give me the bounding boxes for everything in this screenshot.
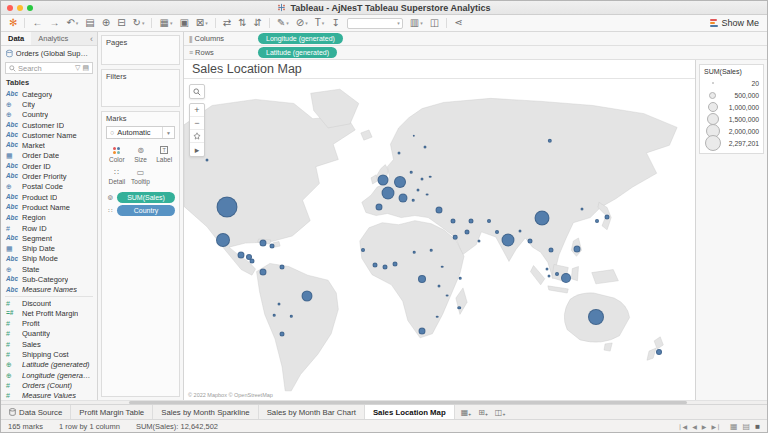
sheet-tab-sales-location-map[interactable]: Sales Location Map [365,405,455,419]
field-latitude-generated-[interactable]: ⊕Latitude (generated) [1,360,97,370]
next-sheet-icon[interactable]: ▶ [702,423,707,430]
map-zoom-in-button[interactable]: + [190,104,204,117]
previous-sheet-icon[interactable]: ◀ [692,423,697,430]
field-region[interactable]: AbcRegion [1,213,97,223]
map-mark[interactable] [413,251,416,254]
map-mark[interactable] [487,219,491,223]
show-filmstrip-icon[interactable]: ▤ [743,422,751,431]
search-input[interactable]: Search ▽ ▤ [5,62,93,74]
map-mark[interactable] [580,208,583,211]
map-mark[interactable] [459,277,462,280]
map-toolbar-expand-button[interactable]: ▸ [190,143,204,156]
field-sales[interactable]: #Sales [1,339,97,349]
map-mark[interactable] [418,327,425,334]
save-icon[interactable]: ▤ [85,18,94,28]
map-mark[interactable] [604,214,609,219]
map-mark[interactable] [436,315,439,318]
map-mark[interactable] [430,249,433,252]
field-segment[interactable]: AbcSegment [1,233,97,243]
rows-shelf[interactable]: ≡ Rows Latitude (generated) [184,46,767,60]
refresh-data-icon[interactable]: ↻▾ [133,18,145,28]
map-mark[interactable] [412,199,415,202]
map-mark[interactable] [437,285,440,288]
map-mark[interactable] [495,230,499,234]
field-quantity[interactable]: #Quantity [1,329,97,339]
show-mark-labels-icon[interactable]: T▾ [315,18,325,28]
map-mark[interactable] [450,219,455,224]
map-mark[interactable] [393,261,398,266]
field-ship-mode[interactable]: AbcShip Mode [1,254,97,264]
fit-selector[interactable]: ▾ [347,18,403,29]
show-tabs-icon[interactable]: ▦ [730,422,738,431]
sheet-tab-sales-by-month-bar-chart[interactable]: Sales by Month Bar Chart [259,405,365,419]
map-mark[interactable] [375,203,382,210]
sort-descending-icon[interactable]: ⇵ [254,18,262,28]
paste-icon[interactable]: ⊟ [117,18,125,28]
size-button[interactable]: ⊚Size [130,144,152,164]
sheet-tab-profit-margin-table[interactable]: Profit Margin Table [71,405,153,419]
duplicate-sheet-icon[interactable]: ▣ [179,18,188,28]
map-mark[interactable] [259,239,266,246]
map-pin-button[interactable] [190,130,204,143]
map-mark[interactable] [420,177,423,180]
label-button[interactable]: TLabel [153,144,175,164]
field-category[interactable]: AbcCategory [1,89,97,99]
field-product-id[interactable]: AbcProduct ID [1,192,97,202]
map-mark[interactable] [656,349,662,355]
field-profit[interactable]: #Profit [1,319,97,329]
map-mark[interactable] [259,269,266,276]
pages-shelf[interactable]: Pages [101,35,180,65]
field-city[interactable]: ⊕City [1,99,97,109]
map-zoom-out-button[interactable]: − [190,117,204,130]
new-story-tab-button[interactable]: ◫+ [495,408,505,417]
map-mark[interactable] [464,230,469,235]
close-button[interactable] [7,5,13,11]
map-search-button[interactable] [190,85,204,98]
pill-sum-sales-[interactable]: SUM(Sales) [117,192,175,203]
field-state[interactable]: ⊕State [1,264,97,274]
fix-axes-icon[interactable]: ↧ [331,18,339,28]
map-mark[interactable] [425,193,428,196]
field-shipping-cost[interactable]: #Shipping Cost [1,349,97,359]
tooltip-button[interactable]: ▭Tooltip [130,166,152,186]
map-mark[interactable] [453,235,458,240]
scrollbar-thumb[interactable] [129,401,687,404]
map-mark[interactable] [382,186,395,199]
map-mark[interactable] [301,290,312,301]
sheet-tab-data-source[interactable]: Data Source [1,405,71,419]
swap-axes-icon[interactable]: ⇄ [223,18,231,28]
highlight-icon[interactable]: ✎▾ [277,18,289,28]
map-mark[interactable] [217,197,238,218]
field-order-id[interactable]: AbcOrder ID [1,161,97,171]
horizontal-scrollbar[interactable] [1,400,767,404]
forward-icon[interactable]: → [49,18,59,28]
size-legend[interactable]: SUM(Sales) 20500,0001,000,0001,500,0002,… [699,64,764,154]
field-customer-id[interactable]: AbcCustomer ID [1,120,97,130]
map-mark[interactable] [397,152,400,155]
field-measure-values[interactable]: #Measure Values [1,391,97,400]
map-mark[interactable] [383,264,388,269]
last-sheet-icon[interactable]: ▶❘ [711,423,721,430]
map-mark[interactable] [377,174,388,185]
field-net-profit-margin[interactable]: =#Net Profit Margin [1,308,97,318]
pill-country[interactable]: Country [117,205,175,216]
field-sub-category[interactable]: AbcSub-Category [1,274,97,284]
map-mark[interactable] [205,158,208,161]
clear-sheet-icon[interactable]: ⊠▾ [196,18,208,28]
tab-data[interactable]: Data [1,32,31,45]
show-me-button[interactable]: Show Me [710,18,759,28]
tableau-logo-icon[interactable]: ✻ [9,18,17,28]
map-mark[interactable] [398,194,407,203]
map-mark[interactable] [478,240,481,243]
columns-shelf[interactable]: ||| Columns Longitude (generated) [184,32,767,46]
field-row-id[interactable]: #Row ID [1,223,97,233]
map-mark[interactable] [361,248,365,252]
field-order-date[interactable]: ▦Order Date [1,151,97,161]
map-mark[interactable] [535,210,550,225]
new-worksheet-icon[interactable]: ▦▾ [159,18,172,28]
map-mark[interactable] [528,239,533,244]
show-sheet-icon[interactable]: ■ [755,422,760,431]
field-ship-date[interactable]: ▦Ship Date [1,243,97,253]
map-mark[interactable] [237,251,244,258]
replay-icon[interactable]: ↶▾ [66,18,78,28]
